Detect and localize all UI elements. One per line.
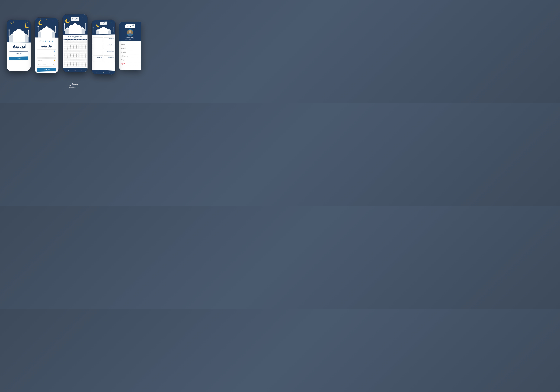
table-row: 30مايو 34:265:4811:553:376:097:30 <box>64 66 87 67</box>
task-label-1: مهمه اليوم الاول <box>104 37 114 43</box>
svg-rect-18 <box>9 30 10 37</box>
task-row-4: مهمه اليوم السابع مهمه اليوم الثامن <box>92 56 114 62</box>
logo-arabic-phone2: أهلا رمضان <box>37 44 56 47</box>
task-label-8: مهمه اليوم الثامن <box>104 56 114 62</box>
svg-rect-42 <box>68 17 69 18</box>
table-row: 18أبريل 214:386:0011:583:326:027:21 <box>64 55 87 56</box>
table-row: 5أبريل 84:516:1312:033:285:547:12 <box>64 43 87 44</box>
user-avatar <box>127 29 133 36</box>
calendar-title-line1: امساحية رمضان 2022 - 1443 <box>64 35 87 37</box>
table-row: 16أبريل 194:406:0211:593:326:017:20 <box>64 53 87 54</box>
tasks-screen: أهلا رمضان RAMADAN KAREM Next مهمه اليوم… <box>92 20 115 75</box>
user-icon: 👤 <box>53 50 55 52</box>
task-input-3[interactable] <box>92 44 103 49</box>
panel-logo-arabic: أهلا رمضان <box>127 25 134 27</box>
col-maghrib: المغرب <box>80 39 84 40</box>
col-sunrise: الشروق <box>71 39 75 40</box>
table-row: 10أبريل 134:466:0812:013:305:577:16 <box>64 48 87 49</box>
svg-rect-52 <box>85 24 86 30</box>
signup-header-svg <box>35 18 59 38</box>
table-row: 13أبريل 164:436:0512:003:315:597:18 <box>64 50 87 51</box>
lock-icon: 🔒 <box>53 59 55 61</box>
prayer-times-table: اليوم التاريخ الفجر الشروق الظهر العصر ا… <box>64 39 87 67</box>
svg-rect-26 <box>53 20 53 20</box>
table-row: 14أبريل 174:426:0412:003:315:597:18 <box>64 51 87 52</box>
next-link[interactable]: Next <box>92 35 114 37</box>
tasks-body: Next مهمه اليوم الاول مهمه اليوم الثالث <box>92 34 115 70</box>
calendar-title-line2: في القاهرة <box>64 37 87 38</box>
col-isha: العشاء <box>84 39 87 40</box>
signup-button-main[interactable]: SIGN UP <box>9 51 29 55</box>
menu-notifications[interactable]: otifications <box>119 54 141 58</box>
svg-rect-28 <box>47 19 47 20</box>
signup-button[interactable]: SIGN UP <box>37 68 56 71</box>
phone-tasks: أهلا رمضان RAMADAN KAREM Next مهمه اليوم… <box>91 19 116 75</box>
svg-rect-69 <box>114 27 114 32</box>
table-row: 15أبريل 184:416:0311:593:316:007:19 <box>64 52 87 53</box>
tasks-nav: ⌂ ⊕ ≡ <box>92 70 115 74</box>
login-button[interactable]: LOGIN <box>9 56 29 60</box>
home-nav-icon[interactable]: ⌂ <box>68 69 69 71</box>
svg-rect-11 <box>23 22 23 23</box>
col-day: اليوم <box>64 39 66 40</box>
avatar-image <box>127 30 133 36</box>
svg-rect-24 <box>40 20 41 21</box>
menu-new-order[interactable]: w Order <box>119 50 141 54</box>
calendar-nav: ⌂ ⊕ ≡ <box>63 68 88 72</box>
svg-rect-9 <box>25 23 26 24</box>
table-row: 4أبريل 74:526:1412:033:285:537:12 <box>64 42 87 43</box>
welcome-body: أهلا رمضان RAMADAN KAREM SIGN UP LOGIN <box>7 42 30 71</box>
table-row: 9أبريل 124:476:0912:013:295:567:15 <box>64 47 87 48</box>
add-tasks-icon[interactable]: ⊕ <box>103 71 104 73</box>
home-tasks-icon[interactable]: ⌂ <box>96 71 97 73</box>
task-row-1: مهمه اليوم الاول <box>92 37 114 43</box>
menu-home[interactable]: Home <box>119 42 141 46</box>
menu-logout[interactable]: ogout <box>119 62 141 66</box>
welcome-text: W e l c o m <box>37 40 56 42</box>
task-label-7: مهمه اليوم السابع <box>92 56 103 62</box>
menu-nav-icon[interactable]: ≡ <box>81 69 82 71</box>
calendar-header: أهلا رمضان RAMADAN KAREM <box>63 14 88 35</box>
svg-rect-36 <box>55 27 56 33</box>
task-row-2: مهمه اليوم الثالث <box>92 44 114 49</box>
calendar-screen: أهلا رمضان RAMADAN KAREM امساحية رمضان 2… <box>63 14 88 72</box>
side-panel: أهلا رمضان RAMADAN KAREM Zead Fathy exam… <box>119 21 141 70</box>
bottom-brand: مستقل mostaql.com <box>69 82 79 88</box>
password-field[interactable]: Password 🔒 <box>37 58 56 62</box>
phone-icon: 📞 <box>53 64 55 65</box>
phone-calendar: أهلا رمضان RAMADAN KAREM امساحية رمضان 2… <box>62 14 88 72</box>
svg-rect-5 <box>11 23 12 24</box>
mosque-arch-decoration <box>7 20 30 42</box>
panel-menu: Home o Deals w Order otifications ttings… <box>119 41 141 67</box>
phone-signup: W e l c o m أهلا رمضان RAMADAN KAREM 👤 ✉… <box>34 17 59 74</box>
panel-header: أهلا رمضان RAMADAN KAREM Zead Fathy exam… <box>119 21 141 41</box>
menu-tasks-icon[interactable]: ≡ <box>110 71 110 73</box>
table-row: 7أبريل 104:496:1112:023:295:557:14 <box>64 45 87 46</box>
add-nav-icon[interactable]: ⊕ <box>74 69 76 71</box>
calendar-body: امساحية رمضان 2022 - 1443 في القاهرة الي… <box>63 34 88 68</box>
table-row: 17أبريل 204:396:0111:593:326:017:20 <box>64 54 87 55</box>
welcome-screen: أهلا رمضان RAMADAN KAREM SIGN UP LOGIN <box>7 20 30 71</box>
task-label-3: مهمه اليوم الثالث <box>104 44 114 49</box>
table-row: 8أبريل 114:486:1012:023:295:567:14 <box>64 46 87 47</box>
table-row: 2أبريل 54:546:1612:043:275:527:11 <box>64 41 87 41</box>
task-input-5[interactable] <box>92 50 103 55</box>
email-field[interactable]: ✉ <box>37 54 56 58</box>
table-row: 12أبريل 154:446:0612:003:305:587:17 <box>64 50 87 50</box>
phone-field[interactable]: Phone number 📞 <box>37 63 56 67</box>
table-row: 3أبريل 64:536:1512:033:275:527:11 <box>64 41 87 42</box>
table-row: 1أبريل 44:556:1712:043:275:517:10 <box>64 40 87 41</box>
brand-arabic-text: مستقل <box>69 82 79 86</box>
task-row-3: مهمه اليوم الخامس <box>92 50 114 56</box>
task-input-1[interactable] <box>92 37 103 43</box>
menu-deals[interactable]: o Deals <box>119 46 141 50</box>
logo-sub-phone1: RAMADAN KAREM <box>9 48 29 49</box>
menu-settings[interactable]: ttings <box>119 58 141 62</box>
svg-rect-61 <box>111 22 111 23</box>
calendar-header-svg: أهلا رمضان RAMADAN KAREM <box>63 14 88 35</box>
col-asr: العصر <box>78 39 80 40</box>
phone-welcome: أهلا رمضان RAMADAN KAREM SIGN UP LOGIN <box>7 19 31 71</box>
user-email: example@gmail.com <box>125 38 135 40</box>
welcome-header <box>7 20 30 42</box>
username-field[interactable]: 👤 <box>37 49 56 53</box>
